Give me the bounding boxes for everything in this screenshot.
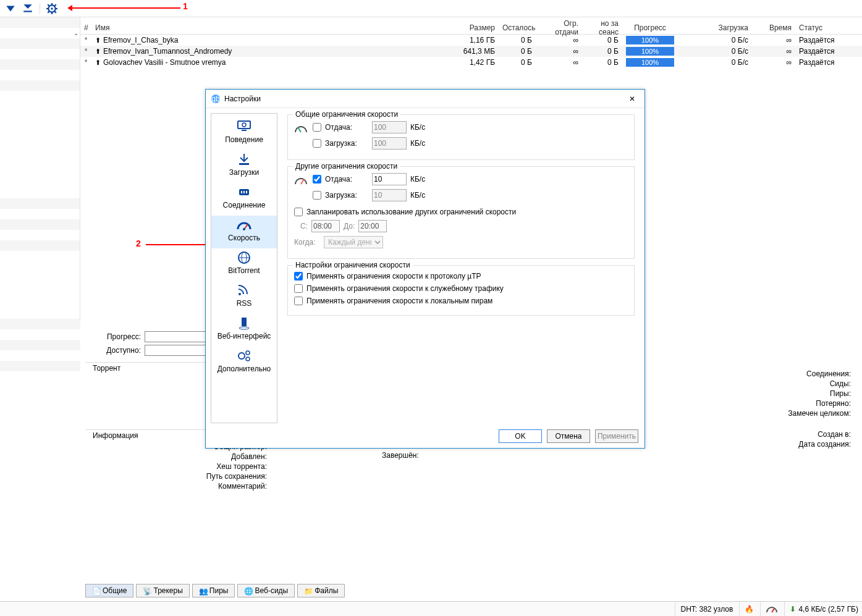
row-progress: 100% — [622, 47, 678, 56]
col-status[interactable]: Статус — [795, 23, 851, 32]
tab-content[interactable]: 📁Файлы — [297, 584, 345, 597]
firewall-status-icon[interactable]: 🔥 — [739, 602, 754, 616]
download-all-icon[interactable] — [22, 3, 33, 14]
tab-content-label: Файлы — [315, 586, 338, 595]
row-size: 1,42 ГБ — [457, 58, 499, 67]
nav-behavior[interactable]: Поведение — [211, 117, 277, 150]
svg-line-33 — [298, 127, 301, 132]
svg-rect-0 — [23, 11, 32, 12]
collapse-toggle-icon[interactable]: ⌄ — [74, 30, 78, 36]
nav-downloads[interactable]: Загрузки — [211, 150, 277, 183]
when-label: Когда: — [294, 238, 320, 247]
col-download[interactable]: Загрузка — [678, 23, 752, 32]
tab-general-label: Общие — [103, 586, 127, 595]
col-progress[interactable]: Прогресс — [622, 23, 678, 32]
ok-button[interactable]: OK — [499, 429, 542, 443]
row-status: Раздаётся — [795, 47, 851, 56]
settings-content: Общие ограничения скорости Отдача: КБ/с … — [277, 108, 644, 423]
dialog-title: Настройки — [224, 95, 261, 103]
unit-label: КБ/с — [410, 123, 425, 132]
tab-http-label: Веб-сиды — [255, 586, 288, 595]
gauge-orange-icon — [294, 175, 308, 185]
apply-utp-checkbox[interactable] — [294, 272, 303, 281]
schedule-checkbox[interactable] — [294, 208, 303, 216]
col-upload-limit[interactable]: Огр. отдачи — [536, 19, 582, 36]
alt-download-input[interactable] — [372, 189, 407, 201]
svg-point-16 — [242, 123, 246, 127]
torrent-row[interactable]: *⬆Efremov_I_Chas_byka1,16 ГБ0 Б∞0 Б100%0… — [80, 35, 862, 46]
close-button[interactable]: ✕ — [625, 91, 640, 106]
cancel-button[interactable]: Отмена — [547, 429, 590, 443]
torrent-row[interactable]: *⬆Efremov_Ivan_Tumannost_Andromedy641,3 … — [80, 46, 862, 57]
alt-download-checkbox[interactable] — [313, 191, 321, 200]
info-created-on: Дата создания: — [788, 440, 855, 449]
row-hash: * — [80, 58, 91, 67]
upload-label: Отдача: — [325, 175, 368, 184]
row-session: 0 Б — [582, 47, 622, 56]
tab-general[interactable]: 📄Общие — [85, 584, 133, 597]
rss-icon — [235, 284, 253, 297]
gear-icon[interactable] — [46, 3, 57, 14]
available-label: Доступно: — [85, 346, 141, 355]
nav-advanced[interactable]: Дополнительно — [211, 347, 277, 379]
global-download-input[interactable] — [372, 137, 407, 150]
nav-webui[interactable]: Веб-интерфейс — [211, 314, 277, 347]
globe-icon — [235, 251, 253, 264]
download-arrow-icon: ⬇ — [790, 605, 796, 614]
row-name: ⬆Efremov_Ivan_Tumannost_Andromedy — [91, 47, 457, 56]
annotation-label-1: 1 — [183, 1, 188, 11]
global-download-checkbox[interactable] — [313, 139, 321, 148]
speed-limits-icon[interactable] — [760, 602, 778, 616]
svg-point-2 — [51, 7, 53, 9]
info-added: Добавлен: — [85, 452, 271, 461]
from-time-input[interactable] — [311, 220, 340, 232]
nav-speed[interactable]: Скорость — [211, 216, 277, 248]
unit-label: КБ/с — [410, 139, 425, 148]
svg-rect-28 — [242, 318, 247, 326]
tab-trackers[interactable]: 📡Трекеры — [136, 584, 189, 597]
svg-rect-21 — [246, 191, 247, 193]
dropdown-icon[interactable] — [5, 3, 16, 14]
monitor-icon — [235, 120, 253, 133]
global-upload-input[interactable] — [372, 121, 407, 133]
apply-overhead-checkbox[interactable] — [294, 284, 303, 293]
folder-icon: 📁 — [304, 587, 311, 594]
global-upload-checkbox[interactable] — [313, 123, 321, 132]
svg-point-30 — [239, 353, 245, 359]
alt-limits-legend: Другие ограничения скорости — [293, 162, 400, 171]
svg-point-32 — [246, 357, 250, 361]
nav-rss[interactable]: RSS — [211, 281, 277, 314]
torrent-list-header: # Имя Размер Осталось Огр. отдачи но за … — [80, 21, 862, 35]
progress-label: Прогресс: — [85, 332, 141, 341]
download-rate[interactable]: ⬇ 4,6 КБ/с (2,57 ГБ) — [784, 602, 858, 616]
dialog-titlebar[interactable]: qb Настройки ✕ — [206, 90, 644, 108]
tab-peers[interactable]: 👥Пиры — [192, 584, 235, 597]
cogs-icon — [235, 349, 253, 363]
col-remain[interactable]: Осталось — [499, 23, 536, 32]
col-size[interactable]: Размер — [457, 23, 499, 32]
when-select[interactable]: Каждый день — [324, 236, 383, 248]
row-size: 1,16 ГБ — [457, 36, 499, 44]
nav-connection[interactable]: Соединение — [211, 183, 277, 216]
apply-lan-checkbox[interactable] — [294, 297, 303, 305]
global-limits-legend: Общие ограничения скорости — [293, 110, 400, 119]
svg-line-10 — [48, 11, 49, 12]
apply-button[interactable]: Применить — [595, 429, 638, 443]
alt-upload-checkbox[interactable] — [313, 175, 321, 184]
alt-upload-input[interactable] — [372, 173, 407, 185]
row-hash: * — [80, 47, 91, 56]
annotation-arrow-2 — [146, 244, 214, 245]
row-status: Раздаётся — [795, 58, 851, 67]
tab-http-sources[interactable]: 🌐Веб-сиды — [237, 584, 295, 597]
col-session[interactable]: но за сеанс — [582, 19, 622, 36]
dht-text: DHT: 382 узлов — [680, 605, 733, 614]
row-upload-limit: ∞ — [536, 47, 582, 56]
to-time-input[interactable] — [358, 220, 387, 232]
col-hash[interactable]: # — [80, 23, 91, 32]
nav-bittorrent[interactable]: BitTorrent — [211, 248, 277, 281]
col-time[interactable]: Время — [752, 23, 795, 32]
col-name[interactable]: Имя — [91, 23, 457, 32]
torrent-row[interactable]: *⬆Golovachev Vasilii - Smutnoe vremya1,4… — [80, 57, 862, 68]
dialog-button-bar: OK Отмена Применить — [499, 429, 638, 443]
dht-status[interactable]: DHT: 382 узлов — [675, 602, 733, 616]
